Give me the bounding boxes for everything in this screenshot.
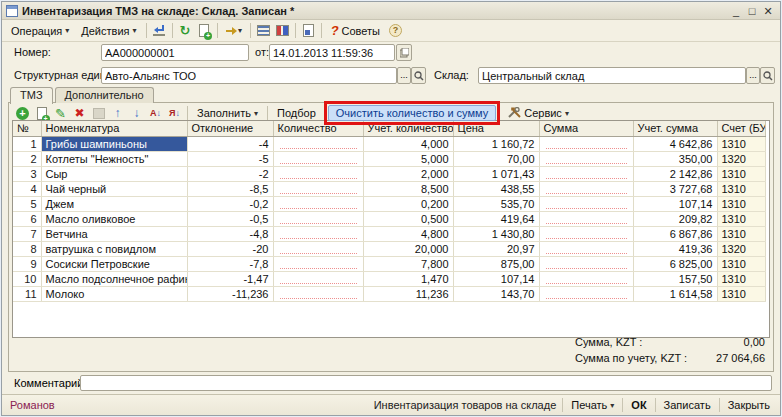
nomenclature-cell[interactable]: Сосиски Петровские xyxy=(41,256,187,271)
warehouse-select-button[interactable]: ... xyxy=(746,67,760,84)
related-report-button[interactable] xyxy=(299,22,318,40)
deviation-cell[interactable]: -7,8 xyxy=(187,256,273,271)
tab-additional[interactable]: Дополнительно xyxy=(55,87,154,103)
table-row[interactable]: 6 Масло оливковое -0,5 0,500 419,64 209,… xyxy=(13,211,765,226)
quantity-cell[interactable] xyxy=(273,136,363,151)
acc-sum-cell[interactable]: 6 825,00 xyxy=(633,256,717,271)
price-cell[interactable]: 20,97 xyxy=(453,241,539,256)
acc-sum-cell[interactable]: 209,82 xyxy=(633,211,717,226)
acc-sum-cell[interactable]: 4 642,86 xyxy=(633,136,717,151)
price-cell[interactable]: 1 430,80 xyxy=(453,226,539,241)
acc-quantity-cell[interactable]: 20,000 xyxy=(363,241,453,256)
table-row[interactable]: 7 Ветчина -4,8 4,800 1 430,80 6 867,86 1… xyxy=(13,226,765,241)
acc-quantity-cell[interactable]: 4,800 xyxy=(363,226,453,241)
col-sum[interactable]: Сумма xyxy=(539,121,633,136)
price-cell[interactable]: 535,70 xyxy=(453,196,539,211)
account-cell[interactable]: 1310 xyxy=(717,271,765,286)
deviation-cell[interactable]: -11,236 xyxy=(187,286,273,301)
sum-cell[interactable] xyxy=(539,151,633,166)
account-cell[interactable]: 1310 xyxy=(717,136,765,151)
unit-select-button[interactable]: ... xyxy=(397,67,411,84)
row-number-cell[interactable]: 6 xyxy=(13,211,41,226)
price-cell[interactable]: 70,00 xyxy=(453,151,539,166)
nomenclature-cell[interactable]: Масло оливковое xyxy=(41,211,187,226)
copy-document-button[interactable]: + xyxy=(195,22,214,40)
table-row[interactable]: 8 ватрушка с повидлом -20 20,000 20,97 4… xyxy=(13,241,765,256)
nomenclature-cell[interactable]: ватрушка с повидлом xyxy=(41,241,187,256)
date-field[interactable] xyxy=(269,44,395,61)
deviation-cell[interactable]: -1,47 xyxy=(187,271,273,286)
account-cell[interactable]: 1320 xyxy=(717,151,765,166)
sum-cell[interactable] xyxy=(539,211,633,226)
sum-cell[interactable] xyxy=(539,226,633,241)
col-acc-sum[interactable]: Учет. сумма xyxy=(633,121,717,136)
quantity-cell[interactable] xyxy=(273,226,363,241)
acc-sum-cell[interactable]: 419,36 xyxy=(633,241,717,256)
table-row[interactable]: 2 Котлеты "Нежность" -5 5,000 70,00 350,… xyxy=(13,151,765,166)
table-row[interactable]: 3 Сыр -2 2,000 1 071,43 2 142,86 1310 xyxy=(13,166,765,181)
acc-quantity-cell[interactable]: 7,800 xyxy=(363,256,453,271)
price-cell[interactable]: 438,55 xyxy=(453,181,539,196)
nomenclature-cell[interactable]: Молоко xyxy=(41,286,187,301)
table-row[interactable]: 5 Джем -0,2 0,200 535,70 107,14 1310 xyxy=(13,196,765,211)
acc-sum-cell[interactable]: 3 727,68 xyxy=(633,181,717,196)
quantity-cell[interactable] xyxy=(273,151,363,166)
row-number-cell[interactable]: 5 xyxy=(13,196,41,211)
nomenclature-cell[interactable]: Джем xyxy=(41,196,187,211)
fill-button[interactable]: Заполнить ▾ xyxy=(191,106,264,120)
row-number-cell[interactable]: 9 xyxy=(13,256,41,271)
ok-button[interactable]: ОК xyxy=(629,398,648,412)
actions-menu[interactable]: Действия ▾ xyxy=(75,22,142,40)
account-cell[interactable]: 1310 xyxy=(717,196,765,211)
table-row[interactable]: 4 Чай черный -8,5 8,500 438,55 3 727,68 … xyxy=(13,181,765,196)
save-record-button[interactable] xyxy=(150,22,169,40)
nomenclature-cell[interactable]: Ветчина xyxy=(41,226,187,241)
quantity-cell[interactable] xyxy=(273,196,363,211)
acc-sum-cell[interactable]: 2 142,86 xyxy=(633,166,717,181)
operation-menu[interactable]: Операция ▾ xyxy=(5,22,75,40)
maximize-button[interactable]: □ xyxy=(744,4,760,18)
acc-quantity-cell[interactable]: 4,000 xyxy=(363,136,453,151)
quantity-cell[interactable] xyxy=(273,181,363,196)
deviation-cell[interactable]: -8,5 xyxy=(187,181,273,196)
account-cell[interactable]: 1310 xyxy=(717,181,765,196)
price-cell[interactable]: 107,14 xyxy=(453,271,539,286)
nomenclature-cell[interactable]: Сыр xyxy=(41,166,187,181)
account-cell[interactable]: 1310 xyxy=(717,256,765,271)
quantity-cell[interactable] xyxy=(273,271,363,286)
quantity-cell[interactable] xyxy=(273,166,363,181)
clear-quantity-sum-button[interactable]: Очистить количество и сумму xyxy=(328,105,496,121)
deviation-cell[interactable]: -2 xyxy=(187,166,273,181)
acc-quantity-cell[interactable]: 5,000 xyxy=(363,151,453,166)
sum-cell[interactable] xyxy=(539,271,633,286)
row-number-cell[interactable]: 7 xyxy=(13,226,41,241)
post-document-button[interactable]: ▾ xyxy=(221,22,247,40)
account-cell[interactable]: 1310 xyxy=(717,211,765,226)
tips-button[interactable]: ? Советы xyxy=(325,20,386,41)
minimize-button[interactable]: _ xyxy=(728,4,744,18)
table-row[interactable]: 10 Масло подсолнечное рафиниро... -1,47 … xyxy=(13,271,765,286)
deviation-cell[interactable]: -4 xyxy=(187,136,273,151)
help-button[interactable]: ? xyxy=(386,22,405,40)
table-row[interactable]: 1 Грибы шампиньоны -4 4,000 1 160,72 4 6… xyxy=(13,136,765,151)
acc-quantity-cell[interactable]: 8,500 xyxy=(363,181,453,196)
acc-quantity-cell[interactable]: 11,236 xyxy=(363,286,453,301)
pick-button[interactable]: Подбор xyxy=(271,106,322,120)
price-cell[interactable]: 1 071,43 xyxy=(453,166,539,181)
row-number-cell[interactable]: 3 xyxy=(13,166,41,181)
price-cell[interactable]: 875,00 xyxy=(453,256,539,271)
print-button[interactable]: Печать ▾ xyxy=(569,398,616,412)
service-button[interactable]: Сервис ▾ xyxy=(502,106,575,120)
sum-cell[interactable] xyxy=(539,196,633,211)
document-movements-button[interactable] xyxy=(254,22,273,40)
account-cell[interactable]: 1310 xyxy=(717,226,765,241)
col-account[interactable]: Счет (БУ) xyxy=(717,121,765,136)
account-cell[interactable]: 1320 xyxy=(717,241,765,256)
account-cell[interactable]: 1310 xyxy=(717,166,765,181)
nomenclature-cell[interactable]: Масло подсолнечное рафиниро... xyxy=(41,271,187,286)
quantity-cell[interactable] xyxy=(273,256,363,271)
calendar-picker-button[interactable] xyxy=(396,44,412,61)
unit-lookup-button[interactable] xyxy=(411,67,426,84)
sum-cell[interactable] xyxy=(539,256,633,271)
sum-cell[interactable] xyxy=(539,241,633,256)
